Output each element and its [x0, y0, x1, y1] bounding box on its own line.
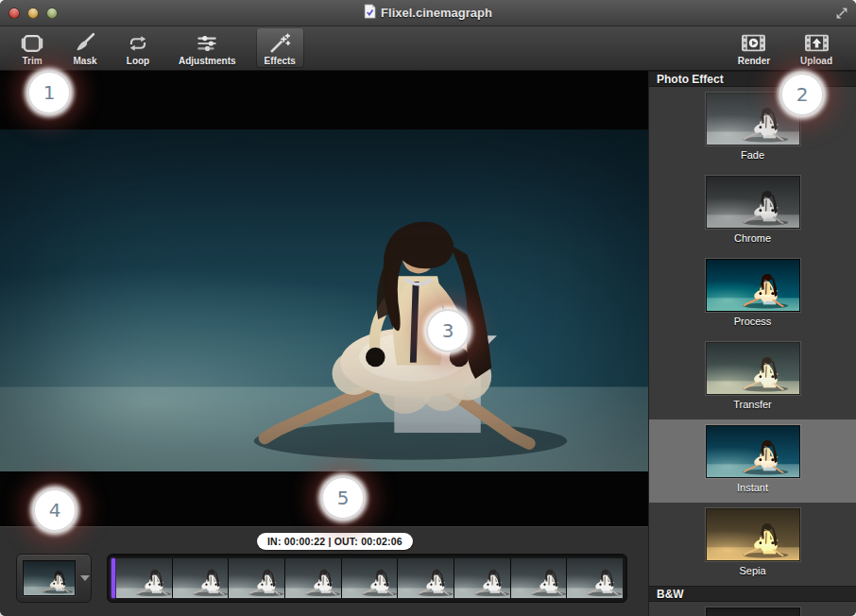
frame-image — [342, 558, 398, 598]
effect-item-fade[interactable]: Fade — [649, 87, 856, 170]
filmstrip-frame[interactable] — [116, 558, 172, 598]
effect-thumbnail — [706, 425, 800, 478]
section-header: Photo Effect — [649, 71, 856, 87]
effect-item-sepia[interactable]: Sepia — [649, 503, 856, 586]
effect-item-bw[interactable] — [649, 602, 856, 616]
toolbar-left-group: Trim Mask Loop Adjustments Effects — [11, 27, 304, 68]
render-button[interactable]: Render — [729, 27, 779, 68]
effect-item-instant[interactable]: Instant — [649, 419, 856, 503]
upload-film-arrow-icon — [804, 30, 830, 56]
effect-label: Process — [649, 316, 856, 327]
adjustments-button[interactable]: Adjustments — [170, 27, 245, 68]
effect-item-chrome[interactable]: Chrome — [649, 170, 856, 253]
filmstrip-frame[interactable] — [454, 558, 510, 598]
mask-label: Mask — [73, 56, 96, 66]
filmstrip-frame[interactable] — [398, 558, 454, 598]
effect-item-process[interactable]: Process — [649, 253, 856, 336]
effect-thumbnail — [706, 176, 800, 229]
effect-thumbnail — [706, 508, 800, 561]
filmstrip-frame[interactable] — [511, 558, 567, 598]
callout-1-number: 1 — [43, 81, 56, 104]
upload-button[interactable]: Upload — [792, 27, 841, 68]
mask-button[interactable]: Mask — [64, 27, 106, 68]
loop-button[interactable]: Loop — [117, 27, 159, 68]
render-film-play-icon — [741, 30, 766, 56]
callout-4: 4 — [33, 488, 77, 532]
effects-label: Effects — [265, 56, 296, 66]
callout-5-number: 5 — [337, 487, 350, 509]
editor-column: IN: 00:00:22 | OUT: 00:02:06 — [0, 71, 648, 616]
callout-3: 3 — [426, 309, 470, 352]
effect-thumbnail — [706, 259, 800, 312]
trim-label: Trim — [22, 56, 42, 66]
upload-label: Upload — [800, 56, 832, 66]
frame-image — [511, 558, 567, 598]
close-button[interactable] — [9, 8, 20, 19]
callout-2: 2 — [780, 73, 824, 116]
content-area: IN: 00:00:22 | OUT: 00:02:06 — [0, 71, 856, 616]
adjustments-label: Adjustments — [179, 56, 236, 66]
filmstrip-frames — [116, 558, 623, 598]
frame-image — [454, 558, 510, 598]
effect-item-transfer[interactable]: Transfer — [649, 336, 856, 419]
effects-sidebar: Photo Effect Fade — [648, 71, 856, 616]
callout-3-number: 3 — [442, 319, 454, 342]
callout-2-number: 2 — [796, 83, 809, 106]
app-window: Flixel.cinemagraph Trim Mask Loop Adjust… — [0, 0, 856, 616]
effect-label: Sepia — [649, 565, 856, 576]
filmstrip-frame[interactable] — [285, 558, 341, 598]
document-icon — [364, 4, 376, 23]
video-preview[interactable] — [0, 71, 648, 526]
filmstrip-frame[interactable] — [229, 558, 284, 598]
effect-label: Transfer — [649, 399, 856, 410]
window-controls — [9, 8, 58, 19]
playhead-marker[interactable] — [111, 558, 115, 598]
frame-image — [567, 558, 623, 598]
in-out-badge: IN: 00:00:22 | OUT: 00:02:06 — [257, 533, 413, 550]
filmstrip[interactable] — [107, 554, 627, 603]
callout-4-number: 4 — [49, 499, 61, 522]
filmstrip-frame[interactable] — [567, 558, 623, 598]
effect-label: Fade — [649, 149, 856, 161]
frame-image — [173, 558, 229, 598]
magic-wand-icon — [267, 30, 292, 56]
clip-thumbnail — [23, 560, 76, 596]
effect-label: Chrome — [649, 232, 856, 244]
trim-icon — [20, 30, 44, 56]
effect-thumbnail — [706, 342, 800, 395]
toolbar-right-group: Render Upload — [729, 27, 841, 68]
frame-image — [285, 558, 341, 598]
timeline-panel: IN: 00:00:22 | OUT: 00:02:06 — [0, 526, 648, 616]
loop-arrows-icon — [126, 30, 150, 56]
filmstrip-frame[interactable] — [342, 558, 398, 598]
minimize-button[interactable] — [27, 8, 39, 19]
section-header: B&W — [649, 586, 856, 602]
effect-label: Instant — [649, 482, 856, 493]
toolbar: Trim Mask Loop Adjustments Effects — [0, 26, 856, 71]
preview-photo — [0, 129, 648, 471]
render-label: Render — [738, 56, 770, 66]
effects-button[interactable]: Effects — [256, 27, 304, 68]
zoom-button[interactable] — [46, 8, 58, 19]
fullscreen-icon[interactable] — [835, 7, 848, 20]
chevron-down-icon — [80, 575, 90, 581]
mask-brush-icon — [73, 30, 97, 56]
trim-button[interactable]: Trim — [11, 27, 53, 68]
effect-thumbnail — [706, 607, 800, 616]
clip-selector-button[interactable] — [16, 554, 92, 603]
sliders-icon — [195, 30, 219, 56]
callout-5: 5 — [321, 476, 365, 520]
filmstrip-frame[interactable] — [173, 558, 229, 598]
frame-image — [229, 558, 284, 598]
frame-image — [116, 558, 172, 598]
window-title: Flixel.cinemagraph — [381, 6, 492, 20]
titlebar[interactable]: Flixel.cinemagraph — [0, 0, 856, 26]
loop-label: Loop — [127, 56, 149, 66]
callout-1: 1 — [27, 71, 71, 114]
frame-image — [398, 558, 454, 598]
title-area: Flixel.cinemagraph — [364, 4, 492, 23]
